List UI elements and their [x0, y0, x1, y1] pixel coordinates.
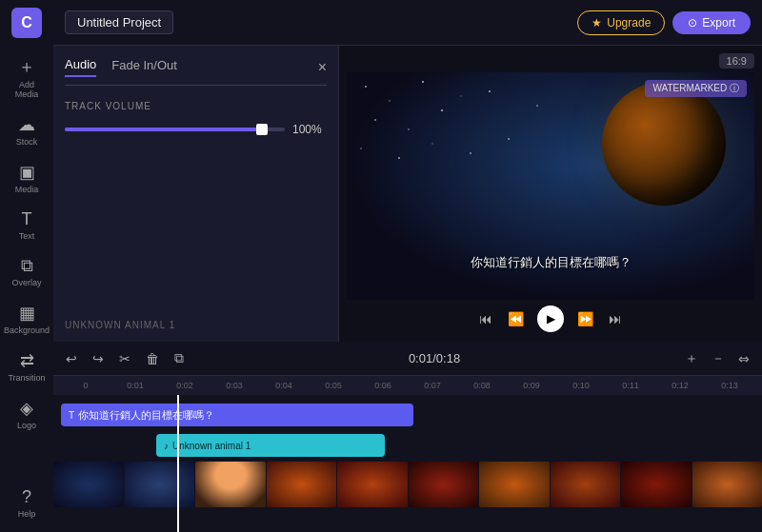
zoom-controls: ＋ － ⇔ — [680, 347, 754, 370]
time-mark: 0:12 — [655, 381, 705, 390]
panel-close-button[interactable]: × — [318, 59, 327, 76]
stock-icon: ☁ — [18, 114, 35, 135]
video-thumb-7 — [479, 462, 550, 507]
video-thumbnails — [53, 462, 762, 507]
time-mark: 0:01 — [110, 381, 160, 390]
app-logo[interactable]: C — [11, 8, 42, 38]
text-track-row: T 你知道行銷人的目標在哪嗎？ — [53, 401, 762, 429]
cut-button[interactable]: ✂ — [114, 348, 135, 369]
sidebar-item-label: Logo — [17, 421, 36, 430]
timeline-toolbar: ↩ ↪ ✂ 🗑 ⧉ 0:01/0:18 ＋ － ⇔ — [53, 342, 762, 376]
time-mark: 0:10 — [556, 381, 606, 390]
text-clip-label: 你知道行銷人的目標在哪嗎？ — [78, 408, 214, 423]
sidebar-item-media[interactable]: ▣ Media — [4, 156, 50, 200]
fast-forward-button[interactable]: ⏩ — [575, 309, 595, 328]
sidebar-item-label: Add Media — [8, 80, 46, 99]
time-mark: 0:04 — [259, 381, 309, 390]
redo-button[interactable]: ↪ — [88, 348, 109, 369]
undo-button[interactable]: ↩ — [61, 348, 82, 369]
video-thumb-5 — [337, 462, 408, 507]
time-mark: 0:05 — [309, 381, 358, 390]
video-thumb-10 — [692, 462, 763, 507]
zoom-out-button[interactable]: － — [707, 347, 730, 370]
sidebar-item-overlay[interactable]: ⧉ Overlay — [4, 250, 50, 293]
tab-audio[interactable]: Audio — [65, 57, 96, 77]
volume-value: 100% — [292, 123, 327, 136]
svg-point-3 — [460, 95, 461, 96]
volume-slider-row: 100% — [65, 123, 327, 136]
playhead[interactable] — [177, 395, 179, 532]
video-thumb-4 — [267, 462, 337, 507]
svg-point-13 — [508, 138, 510, 140]
aspect-ratio-badge: 16:9 — [719, 53, 754, 69]
svg-point-5 — [408, 128, 410, 130]
tab-fade-in-out[interactable]: Fade In/Out — [111, 58, 177, 76]
skip-to-end-button[interactable]: ⏭ — [607, 309, 624, 328]
time-mark: 0:06 — [358, 381, 408, 390]
svg-point-6 — [441, 109, 443, 111]
fit-button[interactable]: ⇔ — [733, 348, 754, 369]
timeline: ↩ ↪ ✂ 🗑 ⧉ 0:01/0:18 ＋ － ⇔ 0 0:01 0:02 0:… — [53, 342, 762, 532]
svg-point-8 — [536, 105, 538, 107]
text-icon: T — [22, 209, 32, 229]
audio-track-row: ♪ Unknown animal 1 — [53, 431, 762, 460]
time-mark: 0:13 — [705, 381, 754, 390]
time-display: 0:01/0:18 — [409, 351, 460, 365]
watermark-badge: WATERMARKED ⓘ — [645, 80, 747, 97]
logo-icon: ◈ — [20, 398, 33, 419]
background-icon: ▦ — [19, 303, 35, 324]
audio-clip[interactable]: ♪ Unknown animal 1 — [156, 434, 385, 457]
timescale: 0 0:01 0:02 0:03 0:04 0:05 0:06 0:07 0:0… — [53, 376, 762, 395]
sidebar-item-label: Stock — [16, 137, 38, 147]
sidebar-item-label: Text — [19, 231, 35, 241]
svg-point-1 — [389, 100, 391, 102]
svg-point-11 — [431, 143, 432, 144]
audio-clip-label: Unknown animal 1 — [172, 441, 251, 451]
text-clip[interactable]: T 你知道行銷人的目標在哪嗎？ — [61, 404, 413, 426]
zoom-in-button[interactable]: ＋ — [680, 347, 703, 370]
sidebar-item-label: Media — [15, 185, 39, 194]
add-media-icon: ＋ — [18, 55, 35, 78]
text-clip-icon: T — [69, 410, 74, 421]
svg-point-12 — [470, 152, 471, 154]
video-thumb-6 — [409, 462, 479, 507]
delete-button[interactable]: 🗑 — [141, 348, 164, 369]
panel-tabs: Audio Fade In/Out × — [65, 57, 327, 86]
time-mark: 0:03 — [210, 381, 259, 390]
timeline-tracks: T 你知道行銷人的目標在哪嗎？ ♪ Unknown animal 1 — [53, 395, 762, 532]
planet-graphic — [602, 82, 726, 206]
sidebar-item-stock[interactable]: ☁ Stock — [4, 108, 50, 152]
time-mark: 0:08 — [457, 381, 507, 390]
time-mark: 0:02 — [160, 381, 210, 390]
sidebar-item-label: Transition — [8, 373, 45, 383]
project-title[interactable]: Untitled Project — [65, 10, 173, 34]
volume-slider[interactable] — [65, 128, 285, 131]
upgrade-button[interactable]: ★ Upgrade — [577, 10, 665, 35]
subtitle-text: 你知道行銷人的目標在哪嗎？ — [471, 254, 632, 271]
time-mark: 0 — [61, 381, 110, 390]
sidebar-item-label: Overlay — [11, 278, 41, 287]
video-track-row — [53, 462, 762, 509]
sidebar-item-add-media[interactable]: ＋ Add Media — [4, 49, 50, 105]
audio-panel: Audio Fade In/Out × TRACK VOLUME 100% UN… — [53, 46, 339, 342]
play-button[interactable]: ▶ — [537, 305, 564, 332]
sidebar-item-text[interactable]: T Text — [4, 204, 50, 246]
skip-to-start-button[interactable]: ⏮ — [477, 309, 494, 328]
volume-fill — [65, 128, 263, 131]
sidebar: C ＋ Add Media ☁ Stock ▣ Media T Text ⧉ O… — [0, 0, 53, 532]
rewind-button[interactable]: ⏪ — [506, 309, 526, 328]
volume-thumb[interactable] — [256, 124, 268, 135]
sidebar-item-background[interactable]: ▦ Background — [4, 297, 50, 341]
transition-icon: ⇄ — [20, 350, 34, 371]
sidebar-item-logo[interactable]: ◈ Logo — [4, 392, 50, 436]
main-area: Untitled Project ★ Upgrade ⊙ Export Audi… — [53, 0, 762, 532]
sidebar-item-help[interactable]: ? Help — [4, 482, 50, 524]
svg-point-10 — [398, 157, 400, 159]
audio-clip-icon: ♪ — [164, 441, 169, 451]
content-area: Audio Fade In/Out × TRACK VOLUME 100% UN… — [53, 46, 762, 342]
export-button[interactable]: ⊙ Export — [672, 11, 751, 34]
time-mark: 0:07 — [408, 381, 457, 390]
sidebar-item-label: Background — [4, 325, 50, 335]
duplicate-button[interactable]: ⧉ — [170, 347, 189, 369]
sidebar-item-transition[interactable]: ⇄ Transition — [4, 345, 50, 388]
